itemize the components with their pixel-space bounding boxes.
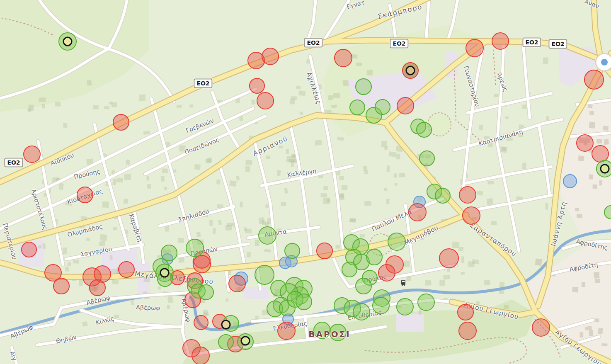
street-label: Αβέρωφ: [136, 304, 160, 311]
poi-marker-green[interactable]: [419, 150, 435, 166]
route-badge-eo2: ΕΟ2: [304, 38, 322, 48]
poi-marker-green[interactable]: [417, 294, 435, 311]
street-label: Καραβίτη: [128, 213, 143, 243]
street-label: Σαγγαρίου: [80, 245, 112, 257]
poi-marker-green[interactable]: [342, 262, 357, 277]
poi-marker-green[interactable]: [366, 249, 383, 265]
poi-marker-red[interactable]: [118, 261, 135, 278]
street-label: Γυμναστηρίου: [463, 65, 480, 107]
poi-marker-green[interactable]: [355, 78, 372, 95]
street-label: Αριστοτέλους: [30, 188, 48, 231]
poi-marker-green[interactable]: [186, 239, 204, 257]
street-label: Ποσειδώνος: [184, 136, 220, 156]
poi-marker-green[interactable]: [355, 278, 372, 294]
street-label: Αφροδίτης: [575, 238, 608, 251]
street-label: Αρριανού: [252, 134, 289, 158]
street-label: Αϊδινίου: [50, 152, 75, 167]
selected-poi-ring[interactable]: [63, 37, 73, 46]
poi-marker-red[interactable]: [192, 347, 210, 364]
poi-marker-green[interactable]: [435, 188, 451, 204]
poi-marker-green[interactable]: [388, 233, 406, 251]
street-label: Άρεως: [496, 72, 509, 92]
route-badge-eo2: ΕΟ2: [390, 39, 408, 49]
poi-marker-green[interactable]: [198, 284, 214, 300]
street-label: Καστρισιανάκη: [478, 128, 524, 147]
poi-marker-red[interactable]: [23, 146, 41, 163]
street-label: Γρεβενών: [185, 117, 215, 134]
poi-marker-green[interactable]: [284, 243, 300, 259]
poi-marker-red[interactable]: [334, 49, 352, 67]
poi-marker-red[interactable]: [397, 97, 414, 114]
poi-marker-green[interactable]: [258, 226, 276, 245]
poi-marker-red[interactable]: [378, 264, 395, 281]
street-label: Καλλέργη: [287, 167, 317, 178]
street-label: Παύλου Μελά: [371, 208, 413, 233]
street-label: Εγνατ: [346, 0, 366, 10]
poi-marker-red[interactable]: [249, 78, 265, 94]
poi-marker-green[interactable]: [604, 205, 611, 219]
street-label: Προύσης: [73, 168, 101, 180]
poi-marker-green[interactable]: [375, 99, 390, 115]
selected-poi-ring[interactable]: [160, 268, 170, 278]
poi-marker-red[interactable]: [458, 322, 477, 340]
selected-poi-ring[interactable]: [221, 320, 231, 330]
route-badge-eo2: ΕΟ2: [4, 158, 23, 167]
poi-marker-green[interactable]: [255, 265, 274, 285]
selected-poi-ring[interactable]: [241, 336, 250, 346]
street-label: Ιωάννη Άρτη: [550, 201, 568, 247]
route-badge-eo2: ΕΟ2: [194, 79, 212, 88]
poi-marker-red[interactable]: [408, 203, 427, 221]
poi-marker-red[interactable]: [257, 92, 274, 109]
poi-marker-red[interactable]: [21, 242, 37, 257]
poi-marker-red[interactable]: [462, 206, 480, 225]
poi-marker-red[interactable]: [53, 278, 70, 294]
street-label: Κιλκίς: [95, 315, 115, 326]
route-badge-eo2: ΕΟ2: [548, 39, 567, 49]
street-label: Μεγαρόβου: [403, 224, 439, 247]
poi-marker-green[interactable]: [349, 99, 365, 115]
poi-marker-red[interactable]: [466, 39, 484, 57]
poi-marker-green[interactable]: [353, 303, 370, 320]
poi-marker-red[interactable]: [492, 32, 509, 50]
street-label: Αχιλλέως: [305, 71, 322, 105]
street-label: Σαρανταπόρου: [468, 221, 518, 258]
poi-marker-red[interactable]: [193, 255, 211, 273]
selected-poi-ring[interactable]: [600, 164, 610, 174]
poi-marker-green[interactable]: [296, 294, 312, 310]
poi-marker-red[interactable]: [194, 315, 209, 330]
street-label: Σκάρμπορο: [377, 2, 423, 20]
poi-marker-red[interactable]: [457, 304, 474, 320]
street-label: Αναν: [584, 0, 600, 10]
street-label: Αβέρωφ: [86, 294, 111, 306]
poi-marker-green[interactable]: [218, 334, 234, 350]
poi-marker-red[interactable]: [89, 279, 106, 296]
poi-marker-red[interactable]: [228, 275, 246, 292]
map-viewport[interactable]: ΕγνατΣκάρμποροΑνανΑχιλλέωςΓρεβενώνΠοσειδ…: [0, 0, 611, 364]
poi-marker-red[interactable]: [459, 186, 476, 204]
street-label: Σπηλιάδου: [177, 208, 210, 223]
poi-marker-red[interactable]: [576, 134, 594, 152]
street-label: Αφροδίτη: [569, 261, 599, 273]
street-label: Θηβών: [56, 334, 77, 345]
poi-marker-blue[interactable]: [563, 174, 577, 188]
place-label: ΒΑΡΟΣΙ: [308, 329, 351, 339]
poi-marker-red[interactable]: [262, 48, 279, 65]
route-badge-eo2: ΕΟ2: [522, 38, 541, 47]
poi-marker-red[interactable]: [113, 114, 129, 131]
street-label: Περιστερίου: [2, 222, 18, 260]
poi-marker-red[interactable]: [439, 248, 459, 268]
bus-stop-icon: [400, 279, 407, 288]
map-overlay: ΕγνατΣκάρμποροΑνανΑχιλλέωςΓρεβενώνΠοσειδ…: [0, 0, 611, 364]
street-label: Αιγ: [8, 350, 18, 361]
poi-marker-green[interactable]: [372, 297, 390, 314]
street-label: Αβέρωφ: [9, 324, 34, 340]
poi-marker-red[interactable]: [316, 243, 333, 259]
poi-marker-red[interactable]: [277, 322, 296, 340]
street-label: Αγίου Γεωργίου: [554, 328, 603, 364]
poi-marker-red[interactable]: [584, 70, 604, 90]
selected-poi-ring[interactable]: [406, 66, 415, 75]
poi-marker-red[interactable]: [77, 187, 93, 203]
poi-marker-green[interactable]: [396, 298, 414, 315]
poi-marker-green[interactable]: [416, 122, 432, 138]
poi-marker-red[interactable]: [532, 318, 550, 337]
